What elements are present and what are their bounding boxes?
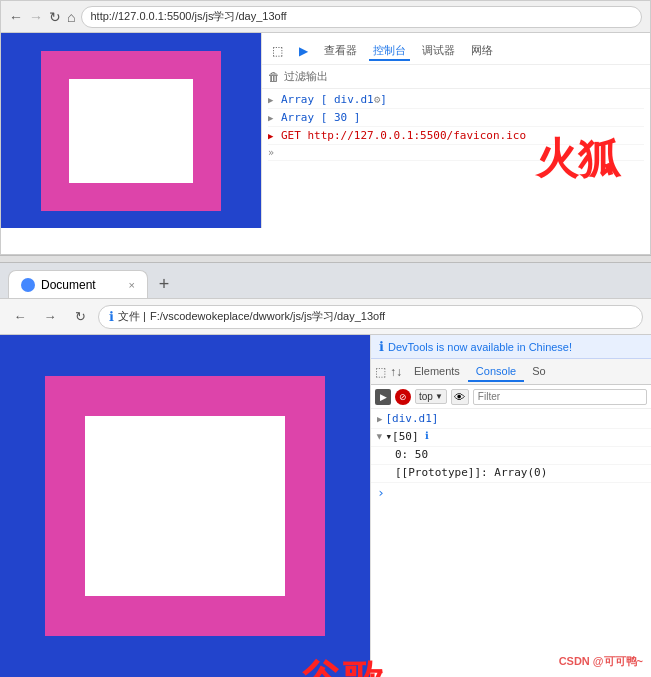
firefox-devtools-toolbar: ⬚ ▶ 查看器 控制台 调试器 网络 bbox=[262, 37, 650, 65]
log-array-div: Array [ div.d1 bbox=[281, 93, 374, 106]
context-top-label: top bbox=[419, 391, 433, 402]
firefox-forward-btn[interactable]: → bbox=[29, 9, 43, 25]
context-dropdown-icon: ▼ bbox=[435, 392, 443, 401]
chrome-console-output: ▶ [div.d1] ▶ ▾[50] ℹ 0: 50 [[Prototype]]… bbox=[371, 409, 651, 677]
csdn-watermark: CSDN @可可鸭~ bbox=[559, 654, 643, 669]
hege-annotation: 谷歌 bbox=[300, 653, 384, 677]
console-line-div[interactable]: ▶ [div.d1] bbox=[371, 411, 651, 429]
chrome-inspect-icon[interactable]: ⬚ bbox=[375, 365, 386, 379]
chrome-address-bar: ← → ↻ ℹ 文件 | F:/vscodewokeplace/dwwork/j… bbox=[0, 299, 651, 335]
expand-icon-1[interactable]: ▶ bbox=[377, 414, 382, 424]
chrome-tab-elements[interactable]: Elements bbox=[406, 362, 468, 382]
firefox-viewer-tab[interactable]: 查看器 bbox=[320, 41, 361, 60]
console-line-50-0: 0: 50 bbox=[371, 447, 651, 465]
chrome-devtools-tabs: ⬚ ↑↓ Elements Console So bbox=[371, 359, 651, 385]
firefox-canvas bbox=[1, 33, 261, 228]
triangle-icon-3: ▶ bbox=[268, 131, 278, 141]
info-icon: ℹ bbox=[109, 309, 114, 324]
console-50-index: 0: 50 bbox=[395, 448, 428, 461]
expand-icon-2[interactable]: ▶ bbox=[375, 434, 385, 439]
firefox-window: ← → ↻ ⌂ http://127.0.0.1:5500/js/js学习/da… bbox=[0, 0, 651, 255]
eye-btn[interactable]: 👁 bbox=[451, 389, 469, 405]
log-get-error: GET http://127.0.0.1:5500/favicon.ico bbox=[281, 129, 526, 142]
chrome-pink-box bbox=[45, 376, 325, 636]
firefox-back-btn[interactable]: ← bbox=[9, 9, 23, 25]
firefox-log-line-2[interactable]: ▶ Array [ 30 ] bbox=[268, 109, 644, 127]
chrome-back-btn[interactable]: ← bbox=[8, 305, 32, 329]
no-entry-btn[interactable]: ⊘ bbox=[395, 389, 411, 405]
chrome-new-tab-btn[interactable]: + bbox=[150, 270, 178, 298]
log-array-div-end: ] bbox=[380, 93, 387, 106]
chrome-main-content: ℹ DevTools is now available in Chinese! … bbox=[0, 335, 651, 677]
firefox-filter-bar: 🗑 过滤输出 bbox=[262, 65, 650, 89]
firefox-inspect-icon[interactable]: ⬚ bbox=[268, 42, 286, 60]
chevron-down-icon: » bbox=[268, 147, 274, 158]
chrome-tab-close[interactable]: × bbox=[129, 279, 135, 291]
chrome-canvas bbox=[0, 335, 370, 677]
huhu-annotation: 火狐 bbox=[536, 131, 620, 187]
tab-globe-icon bbox=[21, 278, 35, 292]
chrome-tab-bar: Document × + bbox=[0, 263, 651, 299]
console-info-badge: ℹ bbox=[425, 430, 429, 441]
trash-icon[interactable]: 🗑 bbox=[268, 70, 280, 84]
console-50-proto: [[Prototype]]: Array(0) bbox=[395, 466, 547, 479]
devtools-info-text: DevTools is now available in Chinese! bbox=[388, 341, 572, 353]
firefox-refresh-btn[interactable]: ↻ bbox=[49, 9, 61, 25]
context-selector[interactable]: top ▼ bbox=[415, 389, 447, 404]
chrome-refresh-btn[interactable]: ↻ bbox=[68, 305, 92, 329]
console-line-50-header[interactable]: ▶ ▾[50] ℹ bbox=[371, 429, 651, 447]
devtools-info-icon: ℹ bbox=[379, 339, 384, 354]
chrome-protocol-label: 文件 | bbox=[118, 309, 146, 324]
firefox-home-btn[interactable]: ⌂ bbox=[67, 9, 75, 25]
chrome-tab-label: Document bbox=[41, 278, 96, 292]
firefox-console-tab[interactable]: 控制台 bbox=[369, 41, 410, 61]
chrome-console-toolbar: ▶ ⊘ top ▼ 👁 bbox=[371, 385, 651, 409]
chrome-devtools-icon2[interactable]: ↑↓ bbox=[390, 365, 402, 379]
console-array-50: ▾[50] bbox=[385, 430, 418, 443]
firefox-address-bar[interactable]: http://127.0.0.1:5500/js/js学习/day_13off bbox=[81, 6, 642, 28]
console-filter-input[interactable] bbox=[473, 389, 647, 405]
window-separator bbox=[0, 255, 651, 263]
play-pause-btn[interactable]: ▶ bbox=[375, 389, 391, 405]
chrome-devtools-info-bar: ℹ DevTools is now available in Chinese! bbox=[371, 335, 651, 359]
prompt-arrow-icon: › bbox=[377, 485, 385, 500]
firefox-console-icon[interactable]: ▶ bbox=[294, 42, 312, 60]
chrome-devtools: ℹ DevTools is now available in Chinese! … bbox=[370, 335, 651, 677]
firefox-filter-label: 过滤输出 bbox=[284, 69, 328, 84]
firefox-pink-box bbox=[41, 51, 221, 211]
chrome-url-input[interactable]: ℹ 文件 | F:/vscodewokeplace/dwwork/js/js学习… bbox=[98, 305, 643, 329]
log-array-30: Array [ 30 ] bbox=[281, 111, 360, 124]
firefox-debugger-tab[interactable]: 调试器 bbox=[418, 41, 459, 60]
triangle-icon-1: ▶ bbox=[268, 95, 278, 105]
console-div-d1: [div.d1] bbox=[385, 412, 438, 425]
gear-icon-1: ⚙ bbox=[374, 93, 381, 106]
chrome-window: Document × + ← → ↻ ℹ 文件 | F:/vscodewokep… bbox=[0, 263, 651, 677]
chrome-url-text: F:/vscodewokeplace/dwwork/js/js学习/day_13… bbox=[150, 309, 385, 324]
chrome-tab-document[interactable]: Document × bbox=[8, 270, 148, 298]
firefox-toolbar: ← → ↻ ⌂ http://127.0.0.1:5500/js/js学习/da… bbox=[1, 1, 650, 33]
chrome-tab-console[interactable]: Console bbox=[468, 362, 524, 382]
triangle-icon-2: ▶ bbox=[268, 113, 278, 123]
firefox-log-line-1[interactable]: ▶ Array [ div.d1 ⚙ ] bbox=[268, 91, 644, 109]
eye-icon: 👁 bbox=[454, 391, 465, 403]
firefox-network-tab[interactable]: 网络 bbox=[467, 41, 497, 60]
chrome-forward-btn[interactable]: → bbox=[38, 305, 62, 329]
chrome-console-prompt[interactable]: › bbox=[371, 483, 651, 502]
console-line-50-proto: [[Prototype]]: Array(0) bbox=[371, 465, 651, 483]
chrome-tab-sources[interactable]: So bbox=[524, 362, 553, 382]
